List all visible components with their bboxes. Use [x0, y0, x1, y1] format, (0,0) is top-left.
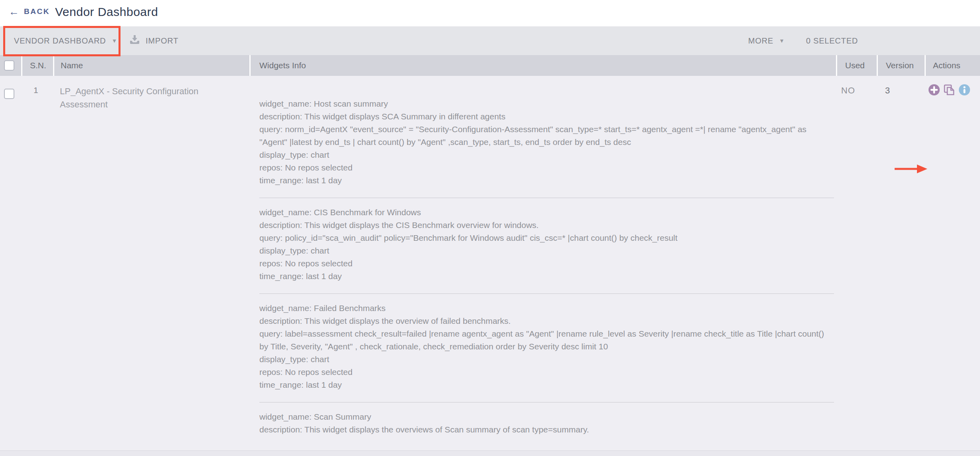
- back-label: BACK: [24, 7, 50, 16]
- info-icon[interactable]: [958, 84, 970, 96]
- widget-display-type-line: display_type: chart: [259, 353, 834, 366]
- column-header-actions: Actions: [933, 55, 960, 76]
- widget-description-line: description: This widget displays the ov…: [259, 315, 834, 327]
- widget-info-block: widget_name: Scan Summary description: T…: [259, 402, 834, 447]
- widget-name-line: widget_name: Host scan summary: [259, 97, 834, 110]
- vendor-dashboard-dropdown-label: VENDOR DASHBOARD: [14, 36, 106, 46]
- widget-query-line: query: label=assessment check_result=fai…: [259, 327, 834, 353]
- widget-name-line: widget_name: Failed Benchmarks: [259, 302, 834, 315]
- toolbar: VENDOR DASHBOARD ▼ IMPORT MORE ▼ 0 SELEC…: [0, 26, 980, 55]
- next-row-edge: [0, 450, 980, 456]
- widget-info-block: widget_name: CIS Benchmark for Windows d…: [259, 198, 834, 293]
- row-checkbox[interactable]: [4, 89, 14, 99]
- back-button[interactable]: ← BACK: [9, 6, 50, 17]
- widget-description-line: description: This widget displays the CI…: [259, 219, 834, 232]
- add-to-dashboard-icon[interactable]: [928, 84, 940, 96]
- column-header-used: Used: [845, 55, 865, 76]
- widget-info-block: widget_name: Host scan summary descripti…: [259, 90, 834, 198]
- table-row: 1 LP_AgentX - Security Configuration Ass…: [0, 76, 980, 450]
- import-button[interactable]: IMPORT: [129, 26, 178, 55]
- column-header-version: Version: [886, 55, 914, 76]
- top-title-bar: ← BACK Vendor Dashboard: [0, 0, 980, 26]
- cell-sn: 1: [34, 85, 38, 95]
- back-arrow-icon: ←: [9, 6, 19, 17]
- column-separator: [53, 55, 54, 76]
- widget-time-range-line: time_range: last 1 day: [259, 270, 834, 283]
- widget-name-line: widget_name: CIS Benchmark for Windows: [259, 206, 834, 219]
- import-label: IMPORT: [146, 36, 178, 46]
- vendor-dashboard-dropdown[interactable]: VENDOR DASHBOARD ▼: [14, 26, 117, 55]
- table-header-row: S.N. Name Widgets Info Used Version Acti…: [0, 55, 980, 76]
- more-label: MORE: [748, 36, 773, 46]
- column-header-widgets-info: Widgets Info: [259, 55, 306, 76]
- widget-query-line: query: policy_id="sca_win_audit" policy=…: [259, 232, 834, 244]
- widget-info-block: widget_name: Failed Benchmarks descripti…: [259, 293, 834, 402]
- cell-actions: [928, 84, 970, 96]
- widget-name-line: widget_name: Scan Summary: [259, 410, 834, 423]
- widget-repos-line: repos: No repos selected: [259, 161, 834, 174]
- widget-description-line: description: This widget displays SCA Su…: [259, 110, 834, 123]
- column-header-sn: S.N.: [30, 55, 46, 76]
- column-header-name: Name: [61, 55, 83, 76]
- annotation-arrow: [894, 164, 928, 174]
- widget-repos-line: repos: No repos selected: [259, 257, 834, 270]
- chevron-down-icon: ▼: [112, 38, 118, 44]
- widget-query-line: query: norm_id=AgentX "event_source" = "…: [259, 123, 834, 149]
- import-icon: [129, 34, 140, 47]
- widget-time-range-line: time_range: last 1 day: [259, 379, 834, 391]
- column-separator: [877, 55, 878, 76]
- row-checkbox-cell: [4, 89, 14, 99]
- chevron-down-icon: ▼: [779, 38, 785, 44]
- widget-time-range-line: time_range: last 1 day: [259, 174, 834, 187]
- widget-display-type-line: display_type: chart: [259, 244, 834, 257]
- widget-repos-line: repos: No repos selected: [259, 366, 834, 379]
- column-separator: [21, 55, 22, 76]
- column-separator: [249, 55, 251, 76]
- column-separator: [836, 55, 837, 76]
- page-title: Vendor Dashboard: [55, 5, 158, 19]
- widget-description-line: description: This widget displays the ov…: [259, 423, 834, 436]
- select-all-checkbox[interactable]: [4, 60, 14, 71]
- more-menu-button[interactable]: MORE ▼: [748, 26, 785, 55]
- cell-used: NO: [841, 85, 855, 96]
- cell-version: 3: [885, 85, 890, 96]
- selected-count: 0 SELECTED: [806, 26, 858, 55]
- widget-display-type-line: display_type: chart: [259, 149, 834, 161]
- cell-widgets-info: widget_name: Host scan summary descripti…: [259, 90, 834, 447]
- select-all-checkbox-cell: [4, 55, 14, 76]
- column-separator: [925, 55, 926, 76]
- copy-icon[interactable]: [943, 84, 955, 96]
- cell-name: LP_AgentX - Security Configuration Asses…: [60, 85, 227, 111]
